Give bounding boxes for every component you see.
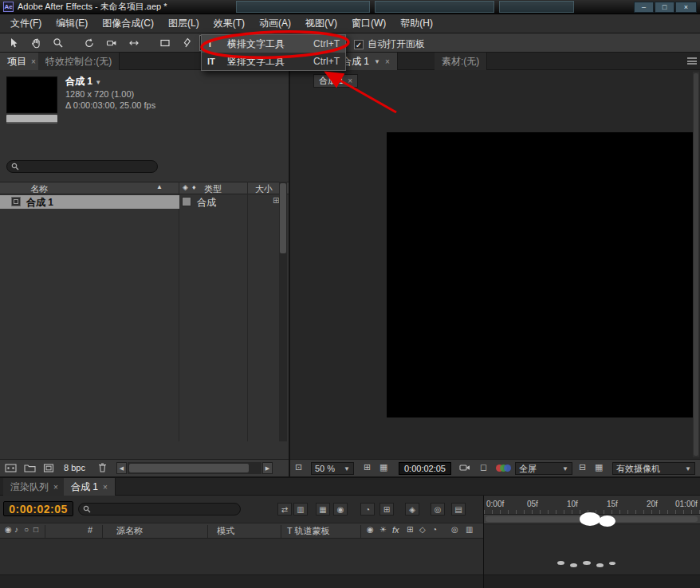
safe-margins-icon[interactable]: ⊞ — [364, 462, 371, 472]
project-search-input[interactable] — [22, 162, 153, 171]
close-icon[interactable]: × — [348, 76, 352, 85]
column-size[interactable]: 大小 — [255, 183, 273, 195]
project-hscrollbar[interactable] — [128, 462, 262, 474]
tab-project[interactable]: 项目 × — [0, 53, 44, 70]
audio-icon[interactable]: ♪ — [14, 525, 18, 534]
bpc-button[interactable]: 8 bpc — [64, 463, 85, 472]
column-mode[interactable]: 模式 — [217, 525, 234, 537]
chevron-down-icon[interactable]: ▼ — [95, 79, 101, 86]
panel-menu-icon[interactable] — [687, 57, 697, 65]
draft-3d-icon[interactable]: ▦ — [316, 503, 330, 515]
tab-render-queue[interactable]: 渲染队列 × — [3, 478, 66, 496]
shy-switch-icon[interactable]: ◉ — [367, 525, 374, 534]
viewer-timecode[interactable]: 0:00:02:05 — [399, 462, 451, 475]
rotate-tool-icon[interactable] — [79, 35, 100, 51]
column-source-name[interactable]: 源名称 — [116, 525, 143, 537]
menu-edit[interactable]: 编辑(E) — [49, 14, 95, 33]
show-snapshot-icon[interactable]: ◻ — [480, 462, 487, 472]
snapshot-camera-icon[interactable] — [459, 463, 470, 472]
comp-mini-flowchart-icon[interactable]: ⇄ — [277, 503, 292, 515]
selection-tool-icon[interactable] — [3, 35, 24, 51]
pan-behind-tool-icon[interactable] — [124, 35, 144, 51]
menu-layer[interactable]: 图层(L) — [161, 14, 206, 33]
hide-shy-layers-icon[interactable]: ◉ — [333, 503, 348, 515]
timeline-graph-area[interactable] — [484, 524, 700, 574]
new-composition-icon[interactable] — [43, 463, 54, 473]
composition-viewport[interactable] — [387, 132, 698, 417]
region-of-interest-icon[interactable]: ⊟ — [579, 462, 586, 472]
timeline-search-input[interactable] — [94, 504, 236, 514]
column-index[interactable]: # — [88, 525, 92, 535]
channels-icon[interactable] — [496, 465, 510, 472]
item-label-swatch[interactable] — [182, 197, 191, 206]
resolution-dropdown[interactable]: 全屏 ▼ — [515, 462, 572, 475]
motion-blur-switch-icon[interactable]: ◔ — [432, 525, 437, 534]
maximize-button[interactable]: □ — [655, 2, 674, 13]
zoom-slider-icon[interactable]: ◎ — [451, 525, 458, 534]
viewer-scrollbar[interactable] — [693, 72, 699, 457]
new-folder-icon[interactable] — [24, 463, 36, 473]
quality-switch-icon[interactable]: ⊞ — [407, 525, 413, 534]
menu-window[interactable]: 窗口(W) — [344, 14, 393, 33]
lock-icon[interactable]: □ — [33, 525, 38, 534]
tab-timeline-comp[interactable]: 合成 1 × — [64, 478, 116, 496]
menu-item-horizontal-type-tool[interactable]: T 横排文字工具 Ctrl+T — [202, 35, 345, 53]
composition-panel-tabbar: 合成 1 ▼ × 素材:(无) — [290, 53, 700, 70]
menu-animation[interactable]: 动画(A) — [252, 14, 298, 33]
graph-editor-icon[interactable]: ▤ — [451, 503, 466, 515]
tab-effect-controls[interactable]: 特效控制台:(无) — [38, 53, 120, 70]
close-icon[interactable]: × — [385, 57, 390, 66]
chevron-down-icon[interactable]: ▼ — [374, 58, 380, 65]
fx-switch-icon[interactable]: fx — [392, 525, 399, 535]
menu-composition[interactable]: 图像合成(C) — [95, 14, 161, 33]
hand-tool-icon[interactable] — [26, 35, 46, 51]
close-icon[interactable]: × — [103, 483, 108, 492]
project-search-box[interactable] — [6, 160, 158, 173]
menu-item-label: 竖排文字工具 — [227, 55, 285, 69]
column-type[interactable]: 类型 — [204, 183, 222, 195]
scroll-right-button[interactable]: ▶ — [262, 462, 273, 474]
menu-item-vertical-type-tool[interactable]: IT 竖排文字工具 Ctrl+T — [202, 53, 345, 70]
close-button[interactable]: × — [675, 2, 697, 13]
minimize-button[interactable]: – — [634, 2, 654, 13]
interpret-footage-icon[interactable] — [5, 463, 17, 473]
collapse-switch-icon[interactable]: ☀ — [379, 525, 387, 534]
magnification-dropdown[interactable]: 50 % ▼ — [311, 462, 354, 475]
shape-tool-icon[interactable] — [155, 35, 175, 51]
viewer-tab[interactable]: 合成 1 × — [313, 74, 358, 88]
transparency-grid-icon[interactable]: ▦ — [379, 462, 387, 472]
always-preview-icon[interactable]: ⊡ — [295, 462, 302, 472]
camera-tool-icon[interactable] — [101, 35, 122, 51]
close-icon[interactable]: × — [31, 57, 36, 66]
camera-view-dropdown[interactable]: 有效摄像机 ▼ — [612, 462, 695, 475]
sort-ascending-icon[interactable]: ▲ — [156, 183, 163, 190]
eye-icon[interactable]: ◉ — [5, 525, 12, 534]
menu-view[interactable]: 视图(V) — [298, 14, 344, 33]
close-icon[interactable]: × — [53, 483, 58, 492]
checkerboard-icon[interactable]: ▦ — [595, 462, 603, 472]
brainstorm-icon[interactable]: ◈ — [405, 503, 419, 515]
menu-help[interactable]: 帮助(H) — [393, 14, 440, 33]
comp-marker-icon[interactable]: ▥ — [466, 525, 473, 534]
column-name[interactable]: 名称 — [30, 183, 48, 195]
menu-effect[interactable]: 效果(T) — [206, 14, 252, 33]
auto-open-panel-checkbox[interactable]: ✓ 自动打开面板 — [354, 37, 425, 51]
motion-blur-icon[interactable]: ⊞ — [379, 503, 394, 515]
tab-footage[interactable]: 素材:(无) — [435, 53, 487, 70]
frame-blend-icon[interactable]: ◔ — [360, 503, 375, 515]
project-scrollbar[interactable] — [279, 182, 287, 441]
solo-icon[interactable]: ○ — [24, 525, 29, 534]
column-trkmat[interactable]: T 轨道蒙板 — [287, 525, 330, 537]
tool-bar: T — [0, 33, 700, 53]
current-time-display[interactable]: 0:00:02:05 — [3, 501, 73, 516]
timeline-search-box[interactable] — [78, 503, 241, 515]
zoom-tool-icon[interactable] — [48, 35, 69, 51]
table-row[interactable]: 合成 1 合成 ⊞ — [0, 195, 289, 209]
live-update-icon[interactable]: ▥ — [293, 503, 308, 515]
scroll-left-button[interactable]: ◀ — [116, 462, 127, 474]
auto-keyframe-icon[interactable]: ◎ — [431, 503, 445, 515]
trash-icon[interactable] — [97, 462, 108, 473]
pen-tool-icon[interactable] — [177, 35, 198, 51]
effect-switch-icon[interactable]: ◇ — [419, 525, 426, 534]
menu-file[interactable]: 文件(F) — [3, 14, 49, 33]
